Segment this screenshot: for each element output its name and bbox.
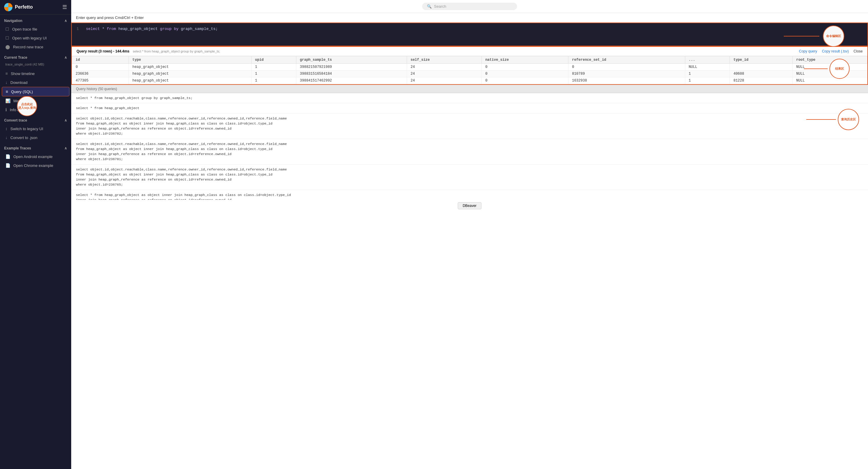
download-icon: ↓ (5, 80, 7, 85)
sidebar-item-label: Query (SQL) (11, 90, 33, 94)
history-header: Query history (50 queries) (71, 85, 868, 93)
main-content: 🔍 Search Enter query and press Cmd/Ctrl … (71, 0, 868, 469)
navigation-chevron: ∧ (64, 19, 67, 23)
trace-info: trace_single_conti (42 MB) (0, 61, 71, 69)
sql-editor[interactable]: 1 select * from heap_graph_object group … (71, 23, 868, 46)
cell-type: heap_graph_object (129, 77, 252, 84)
results-title-bold: Query result (3 rows) - 144.4ms (76, 49, 129, 53)
sql-icon: ≡ (6, 89, 8, 94)
cell-upid: 1 (251, 77, 296, 84)
cell-id: 236636 (72, 71, 129, 77)
annotation-result-bubble: 结果区 (830, 59, 849, 79)
metrics-icon: 📊 (5, 98, 10, 103)
sidebar-item-switch-legacy[interactable]: ↕ Switch to legacy UI (0, 124, 71, 133)
cell-self: 24 (407, 71, 482, 77)
annotation-cmd-wrap: 命令编辑区 (784, 26, 844, 47)
table-row: 477305 heap_graph_object 1 3988415174629… (72, 77, 867, 84)
cell-ref: 1632938 (568, 77, 685, 84)
cell-dot: NULL (685, 64, 730, 71)
history-item[interactable]: select * from heap_graph_object (71, 103, 868, 113)
results-actions: Copy query Copy result (.tsv) Close (799, 49, 863, 53)
results-table: id type upid graph_sample_ts self_size n… (72, 56, 867, 84)
line-number: 1 (76, 27, 79, 31)
col-id: id (72, 56, 129, 64)
sql-keyword-group: group by (160, 27, 178, 31)
col-type: type (129, 56, 252, 64)
history-items: select * from heap_graph_object group by… (71, 93, 868, 200)
annotation-result-wrap: 结果区 (804, 59, 849, 79)
sidebar-item-record-trace[interactable]: ⬤ Record new trace (0, 42, 71, 51)
cell-upid: 1 (251, 64, 296, 71)
sql-code2: heap_graph_object (118, 27, 160, 31)
cell-upid: 1 (251, 71, 296, 77)
results-header: Query result (3 rows) - 144.4ms select *… (72, 47, 867, 56)
sidebar-item-android-example[interactable]: 📄 Open Android example (0, 152, 71, 161)
copy-query-button[interactable]: Copy query (799, 49, 817, 53)
cell-ref: 0 (568, 64, 685, 71)
app-logo: Perfetto (4, 3, 33, 11)
android-example-icon: 📄 (5, 154, 10, 159)
sidebar-item-open-trace[interactable]: ☐ Open trace file (0, 25, 71, 34)
sidebar-item-label: Open with legacy UI (12, 36, 46, 40)
current-trace-chevron: ∧ (64, 56, 67, 60)
sql-editor-wrap: 1 select * from heap_graph_object group … (71, 23, 868, 46)
sidebar-item-download[interactable]: ↓ Download (0, 78, 71, 87)
logo-icon (4, 3, 12, 11)
cell-native: 0 (482, 77, 568, 84)
sidebar-header: Perfetto ☰ (0, 0, 71, 14)
cell-id: 477305 (72, 77, 129, 84)
history-item[interactable]: select * from heap_graph_object as objec… (71, 190, 868, 200)
cell-self: 24 (407, 77, 482, 84)
example-traces-chevron: ∧ (64, 146, 67, 150)
convert-json-icon: ↓ (5, 135, 7, 140)
history-item[interactable]: select object.id,object.reachable,class.… (71, 113, 868, 139)
history-item[interactable]: select object.id,object.reachable,class.… (71, 139, 868, 165)
topbar: 🔍 Search (71, 0, 868, 13)
history-item[interactable]: select object.id,object.reachable,class.… (71, 165, 868, 190)
switch-icon: ↕ (5, 126, 7, 131)
sql-keyword-from: from (107, 27, 116, 31)
example-traces-label: Example Traces (4, 146, 31, 150)
results-table-wrap: id type upid graph_sample_ts self_size n… (72, 56, 867, 84)
cell-typeid (730, 64, 793, 71)
sidebar-item-convert-json[interactable]: ↓ Convert to .json (0, 133, 71, 142)
cell-id: 0 (72, 64, 129, 71)
results-title: Query result (3 rows) - 144.4ms select *… (76, 49, 220, 53)
history-section: Query history (50 queries) select * from… (71, 85, 868, 469)
col-graph-sample-ts: graph_sample_ts (296, 56, 407, 64)
navigation-section: Navigation ∧ (0, 16, 71, 25)
content-area: Enter query and press Cmd/Ctrl + Enter 1… (71, 13, 868, 469)
timeline-icon: ≡ (5, 71, 8, 76)
record-icon: ⬤ (5, 44, 10, 49)
history-item[interactable]: select * from heap_graph_object group by… (71, 93, 868, 103)
sidebar-item-label: Show timeline (11, 71, 35, 76)
cell-native: 0 (482, 64, 568, 71)
sidebar-item-query-sql[interactable]: ≡ Query (SQL) 点击此处进入SQL查询 (2, 87, 69, 96)
annotation-history-wrap: 查询历史区 (806, 109, 859, 130)
sidebar-item-chrome-example[interactable]: 📄 Open Chrome example (0, 161, 71, 170)
current-trace-label: Current Trace (4, 56, 27, 60)
sidebar-item-label: Open Chrome example (13, 163, 53, 168)
sidebar: Perfetto ☰ Navigation ∧ ☐ Open trace fil… (0, 0, 71, 469)
dbeaver-button[interactable]: DBeaver (458, 202, 482, 209)
results-section: Query result (3 rows) - 144.4ms select *… (71, 46, 868, 85)
info-icon: ℹ (5, 107, 7, 112)
sidebar-item-label: Record new trace (13, 45, 43, 49)
sidebar-item-label: Switch to legacy UI (10, 127, 43, 131)
convert-trace-chevron: ∧ (64, 118, 67, 123)
col-reference-set-id: reference_set_id (568, 56, 685, 64)
sidebar-item-show-timeline[interactable]: ≡ Show timeline (0, 69, 71, 78)
sidebar-item-open-legacy[interactable]: ☐ Open with legacy UI (0, 34, 71, 42)
copy-result-button[interactable]: Copy result (.tsv) (822, 49, 849, 53)
cell-type: heap_graph_object (129, 64, 252, 71)
chrome-example-icon: 📄 (5, 163, 10, 168)
file-open-icon: ☐ (5, 27, 9, 31)
sidebar-item-label: Download (10, 80, 28, 85)
close-button[interactable]: Close (854, 49, 863, 53)
cell-dot: 1 (685, 77, 730, 84)
table-row: 236636 heap_graph_object 1 3988315165841… (72, 71, 867, 77)
search-box[interactable]: 🔍 Search (422, 3, 517, 10)
sql-keyword-select: select (86, 27, 100, 31)
hamburger-icon[interactable]: ☰ (62, 4, 67, 10)
cell-native: 0 (482, 71, 568, 77)
